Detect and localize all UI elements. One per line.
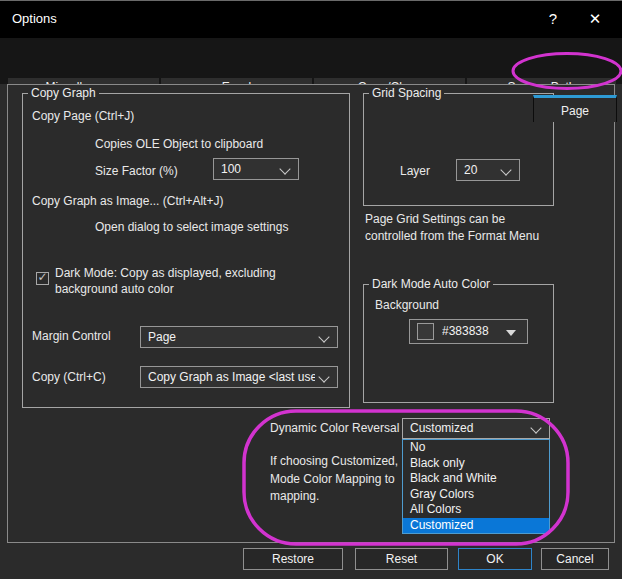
size-factor-select[interactable]: 100 bbox=[213, 158, 299, 180]
copy-graph-as-image-description: Open dialog to select image settings bbox=[95, 220, 288, 234]
copy-ctrl-c-label: Copy (Ctrl+C) bbox=[32, 370, 106, 384]
margin-control-value: Page bbox=[148, 327, 315, 347]
dropdown-option-gray-colors[interactable]: Gray Colors bbox=[403, 487, 549, 503]
margin-control-label: Margin Control bbox=[32, 329, 111, 343]
description-line: Mode Color Mapping to bbox=[270, 471, 404, 489]
dynamic-color-reversal-description: If choosing Customized, Mode Color Mappi… bbox=[270, 453, 404, 506]
background-color-select[interactable]: #383838 bbox=[409, 319, 528, 344]
margin-control-select[interactable]: Page bbox=[140, 326, 338, 348]
dark-mode-auto-color-group-label: Dark Mode Auto Color bbox=[369, 277, 493, 291]
dark-mode-checkbox[interactable]: ✓ bbox=[36, 272, 49, 285]
restore-button[interactable]: Restore bbox=[243, 548, 343, 570]
title-bar: Options ? ✕ bbox=[0, 1, 622, 38]
chevron-down-icon bbox=[530, 422, 541, 433]
chevron-down-icon bbox=[318, 331, 329, 342]
grid-spacing-group: Grid Spacing bbox=[363, 93, 554, 206]
dark-mode-checkbox-label[interactable]: Dark Mode: Copy as displayed, excluding … bbox=[55, 265, 313, 297]
dropdown-option-all-colors[interactable]: All Colors bbox=[403, 502, 549, 518]
page-grid-note: Page Grid Settings can be controlled fro… bbox=[365, 211, 547, 245]
dynamic-color-reversal-value: Customized bbox=[410, 419, 527, 438]
layer-value: 20 bbox=[464, 160, 497, 180]
triangle-down-icon bbox=[506, 330, 516, 336]
copy-page-description: Copies OLE Object to clipboard bbox=[95, 137, 263, 151]
help-icon[interactable]: ? bbox=[536, 8, 570, 30]
copy-action-select[interactable]: Copy Graph as Image <last used> bbox=[140, 366, 338, 388]
size-factor-label: Size Factor (%) bbox=[95, 164, 178, 178]
grid-spacing-group-label: Grid Spacing bbox=[369, 86, 444, 100]
tab-strip: Miscellaneous Excel Open/Close System Pa… bbox=[0, 38, 622, 84]
dynamic-color-reversal-label: Dynamic Color Reversal bbox=[270, 421, 399, 435]
copy-page-label: Copy Page (Ctrl+J) bbox=[32, 109, 134, 123]
cancel-button[interactable]: Cancel bbox=[541, 548, 609, 570]
dropdown-option-customized[interactable]: Customized bbox=[403, 518, 549, 534]
checkmark-icon: ✓ bbox=[37, 270, 47, 284]
layer-select[interactable]: 20 bbox=[456, 159, 520, 181]
copy-action-value: Copy Graph as Image <last used> bbox=[148, 367, 315, 387]
dropdown-option-black-only[interactable]: Black only bbox=[403, 456, 549, 472]
ok-button[interactable]: OK bbox=[458, 548, 532, 570]
copy-graph-group-label: Copy Graph bbox=[28, 86, 99, 100]
dropdown-option-no[interactable]: No bbox=[403, 440, 549, 456]
copy-graph-as-image-label: Copy Graph as Image... (Ctrl+Alt+J) bbox=[32, 194, 223, 208]
chevron-down-icon bbox=[279, 163, 290, 174]
dynamic-color-reversal-dropdown: No Black only Black and White Gray Color… bbox=[402, 439, 550, 534]
dropdown-option-black-and-white[interactable]: Black and White bbox=[403, 471, 549, 487]
chevron-down-icon bbox=[500, 164, 511, 175]
description-line: mapping. bbox=[270, 488, 404, 506]
background-label: Background bbox=[375, 298, 439, 312]
dynamic-color-reversal-select[interactable]: Customized bbox=[402, 418, 550, 439]
close-icon[interactable]: ✕ bbox=[578, 8, 612, 30]
description-line: If choosing Customized, bbox=[270, 453, 404, 471]
layer-label: Layer bbox=[400, 164, 430, 178]
reset-button[interactable]: Reset bbox=[355, 548, 448, 570]
background-color-value: #383838 bbox=[442, 320, 505, 343]
options-dialog: Options ? ✕ Miscellaneous Excel Open/Clo… bbox=[0, 0, 622, 579]
tab-page[interactable]: Page bbox=[533, 95, 617, 122]
color-swatch-icon bbox=[417, 323, 434, 340]
chevron-down-icon bbox=[318, 371, 329, 382]
size-factor-value: 100 bbox=[221, 159, 276, 179]
dialog-title: Options bbox=[12, 11, 57, 26]
